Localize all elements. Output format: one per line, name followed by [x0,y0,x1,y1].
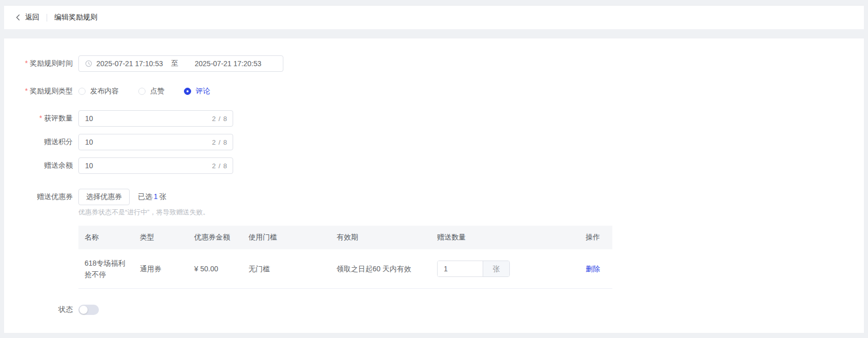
col-action: 操作 [580,233,612,242]
toggle-knob [79,306,88,314]
row-reward-time: 奖励规则时间 2025-07-21 17:10:53 至 2025-07-21 … [16,55,283,72]
radio-icon [138,88,146,95]
quantity-field: 张 [437,261,510,277]
points-label: 赠送积分 [16,137,73,147]
status-toggle[interactable] [78,305,99,315]
col-quantity: 赠送数量 [431,233,580,242]
radio-icon-checked [184,88,191,95]
topbar: 返回 编辑奖励规则 [4,5,864,29]
coupon-selected-info: 已选1张 [138,192,167,202]
cell-coupon-name: 618专场福利抢不停 [78,257,134,280]
coupon-label: 赠送优惠券 [16,192,73,202]
cell-action: 删除 [580,263,612,274]
clock-icon [85,60,92,67]
cell-coupon-validity: 领取之日起60 天内有效 [330,263,431,274]
radio-like[interactable]: 点赞 [138,87,164,96]
reward-type-radio-group: 发布内容 点赞 评论 [78,87,230,96]
reward-type-label: 奖励规则类型 [16,87,73,96]
cell-coupon-amount: ¥ 50.00 [188,263,242,274]
form-panel: 奖励规则时间 2025-07-21 17:10:53 至 2025-07-21 … [4,38,864,333]
radio-icon [78,88,86,95]
cell-coupon-threshold: 无门槛 [242,263,330,274]
date-range-separator: 至 [171,59,178,68]
balance-input[interactable] [85,162,212,170]
back-label: 返回 [25,13,39,22]
row-coupon: 赠送优惠券 选择优惠券 已选1张 [16,189,167,205]
row-points: 赠送积分 2 / 8 [16,134,233,150]
col-type: 类型 [134,233,188,242]
points-counter: 2 / 8 [212,138,228,146]
col-amount: 优惠券金额 [188,233,242,242]
cell-coupon-type: 通用券 [134,263,188,274]
row-status: 状态 [16,302,99,318]
radio-comment[interactable]: 评论 [184,87,210,96]
screen: 返回 编辑奖励规则 奖励规则时间 2025-07-21 17:10:53 至 2… [0,0,868,338]
table-row: 618专场福利抢不停 通用券 ¥ 50.00 无门槛 领取之日起60 天内有效 … [78,249,612,289]
comment-count-counter: 2 / 8 [212,115,228,123]
row-comment-count: 获评数量 2 / 8 [16,110,233,127]
chevron-left-icon [14,14,22,21]
quantity-input[interactable] [438,261,483,276]
delete-link[interactable]: 删除 [586,265,600,273]
comment-count-input[interactable] [85,114,212,123]
coupon-selected-count: 1 [154,192,158,201]
status-label: 状态 [16,305,73,314]
col-threshold: 使用门槛 [242,233,330,242]
cell-coupon-quantity: 张 [431,261,580,277]
divider [47,14,47,22]
reward-time-label: 奖励规则时间 [16,59,73,68]
col-name: 名称 [78,233,134,242]
points-field: 2 / 8 [78,134,233,150]
end-date-value[interactable]: 2025-07-21 17:20:53 [195,59,261,68]
balance-counter: 2 / 8 [212,162,228,170]
points-input[interactable] [85,138,212,146]
comment-count-field: 2 / 8 [78,110,233,127]
row-reward-type: 奖励规则类型 发布内容 点赞 评论 [16,83,230,100]
row-balance: 赠送余额 2 / 8 [16,157,233,174]
quantity-unit: 张 [483,261,509,276]
start-date-value[interactable]: 2025-07-21 17:10:53 [96,59,163,68]
comment-count-label: 获评数量 [16,114,73,123]
select-coupon-button[interactable]: 选择优惠券 [78,189,130,205]
coupon-table: 名称 类型 优惠券金额 使用门槛 有效期 赠送数量 操作 618专场福利抢不停 … [78,226,612,289]
back-button[interactable]: 返回 [14,13,39,22]
coupon-table-header: 名称 类型 优惠券金额 使用门槛 有效期 赠送数量 操作 [78,226,612,249]
page-title: 编辑奖励规则 [54,13,97,22]
balance-field: 2 / 8 [78,157,233,174]
balance-label: 赠送余额 [16,161,73,170]
date-range-picker[interactable]: 2025-07-21 17:10:53 至 2025-07-21 17:20:5… [78,55,283,72]
coupon-hint: 优惠券状态不是“进行中”，将导致赠送失败。 [78,208,210,217]
col-validity: 有效期 [330,233,431,242]
radio-publish-content[interactable]: 发布内容 [78,87,119,96]
